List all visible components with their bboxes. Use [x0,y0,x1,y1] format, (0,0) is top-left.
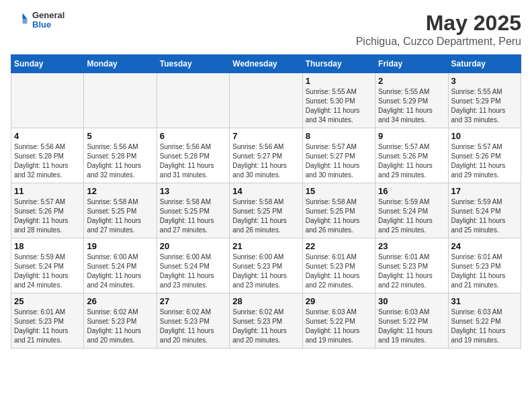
weekday-header-monday: Monday [84,55,157,73]
day-number: 11 [14,186,81,196]
day-number: 10 [451,131,518,141]
day-info: Sunrise: 6:00 AM Sunset: 5:24 PM Dayligh… [87,253,153,290]
calendar-week-row: 11Sunrise: 5:57 AM Sunset: 5:26 PM Dayli… [11,183,521,238]
day-info: Sunrise: 5:56 AM Sunset: 5:28 PM Dayligh… [160,142,226,180]
day-number: 14 [232,186,299,196]
calendar-cell: 7Sunrise: 5:56 AM Sunset: 5:27 PM Daylig… [230,128,302,183]
calendar-cell: 10Sunrise: 5:57 AM Sunset: 5:26 PM Dayli… [448,128,521,183]
day-info: Sunrise: 6:02 AM Sunset: 5:23 PM Dayligh… [87,308,153,345]
calendar-cell: 20Sunrise: 6:00 AM Sunset: 5:24 PM Dayli… [157,238,229,293]
day-info: Sunrise: 5:58 AM Sunset: 5:25 PM Dayligh… [160,197,226,235]
calendar-cell: 28Sunrise: 6:02 AM Sunset: 5:23 PM Dayli… [230,293,302,349]
weekday-header-thursday: Thursday [302,55,375,73]
day-number: 25 [14,296,81,306]
calendar-cell: 31Sunrise: 6:03 AM Sunset: 5:22 PM Dayli… [448,293,521,349]
calendar-week-row: 1Sunrise: 5:55 AM Sunset: 5:30 PM Daylig… [11,73,521,128]
day-info: Sunrise: 5:59 AM Sunset: 5:24 PM Dayligh… [378,197,445,235]
calendar-cell: 30Sunrise: 6:03 AM Sunset: 5:22 PM Dayli… [375,293,448,349]
svg-marker-2 [23,19,28,24]
calendar-cell: 2Sunrise: 5:55 AM Sunset: 5:29 PM Daylig… [375,73,448,128]
calendar-cell: 23Sunrise: 6:01 AM Sunset: 5:23 PM Dayli… [375,238,448,293]
day-number: 27 [160,296,226,306]
title-section: May 2025 Pichigua, Cuzco Department, Per… [356,11,521,48]
calendar-cell: 19Sunrise: 6:00 AM Sunset: 5:24 PM Dayli… [84,238,157,293]
calendar-cell: 15Sunrise: 5:58 AM Sunset: 5:25 PM Dayli… [302,183,375,238]
day-number: 2 [378,76,445,86]
calendar-cell: 13Sunrise: 5:58 AM Sunset: 5:25 PM Dayli… [157,183,229,238]
weekday-header-friday: Friday [375,55,448,73]
calendar-cell [11,73,84,128]
day-info: Sunrise: 6:02 AM Sunset: 5:23 PM Dayligh… [232,308,299,345]
subtitle: Pichigua, Cuzco Department, Peru [356,36,521,48]
day-number: 13 [160,186,226,196]
day-number: 22 [306,241,372,251]
main-title: May 2025 [356,11,521,36]
logo: General Blue [11,11,64,30]
day-info: Sunrise: 5:55 AM Sunset: 5:29 PM Dayligh… [451,87,518,125]
calendar-cell: 21Sunrise: 6:00 AM Sunset: 5:23 PM Dayli… [230,238,302,293]
day-info: Sunrise: 5:57 AM Sunset: 5:26 PM Dayligh… [378,142,445,180]
day-number: 19 [87,241,153,251]
logo-general-text: General [32,11,64,20]
calendar-cell: 6Sunrise: 5:56 AM Sunset: 5:28 PM Daylig… [157,128,229,183]
day-number: 8 [306,131,372,141]
day-info: Sunrise: 5:55 AM Sunset: 5:29 PM Dayligh… [378,87,445,125]
calendar-cell: 29Sunrise: 6:03 AM Sunset: 5:22 PM Dayli… [302,293,375,349]
calendar-cell: 18Sunrise: 5:59 AM Sunset: 5:24 PM Dayli… [11,238,84,293]
calendar-cell: 17Sunrise: 5:59 AM Sunset: 5:24 PM Dayli… [448,183,521,238]
day-number: 18 [14,241,81,251]
day-info: Sunrise: 5:55 AM Sunset: 5:30 PM Dayligh… [306,87,372,125]
weekday-header-saturday: Saturday [448,55,521,73]
day-info: Sunrise: 6:01 AM Sunset: 5:23 PM Dayligh… [14,308,81,345]
day-number: 7 [232,131,299,141]
calendar-cell: 27Sunrise: 6:02 AM Sunset: 5:23 PM Dayli… [157,293,229,349]
day-number: 28 [232,296,299,306]
day-number: 26 [87,296,153,306]
calendar-week-row: 25Sunrise: 6:01 AM Sunset: 5:23 PM Dayli… [11,293,521,349]
page-header: General Blue May 2025 Pichigua, Cuzco De… [11,11,521,48]
day-info: Sunrise: 6:01 AM Sunset: 5:23 PM Dayligh… [378,253,445,290]
calendar-cell: 11Sunrise: 5:57 AM Sunset: 5:26 PM Dayli… [11,183,84,238]
day-number: 29 [306,296,372,306]
day-number: 6 [160,131,226,141]
day-number: 12 [87,186,153,196]
calendar-cell: 4Sunrise: 5:56 AM Sunset: 5:28 PM Daylig… [11,128,84,183]
calendar-cell: 14Sunrise: 5:58 AM Sunset: 5:25 PM Dayli… [230,183,302,238]
day-info: Sunrise: 5:57 AM Sunset: 5:27 PM Dayligh… [306,142,372,180]
weekday-header-wednesday: Wednesday [230,55,302,73]
day-info: Sunrise: 6:02 AM Sunset: 5:23 PM Dayligh… [160,308,226,345]
day-info: Sunrise: 6:03 AM Sunset: 5:22 PM Dayligh… [378,308,445,345]
day-info: Sunrise: 5:56 AM Sunset: 5:28 PM Dayligh… [87,142,153,180]
day-number: 15 [306,186,372,196]
day-number: 31 [451,296,518,306]
calendar-cell: 24Sunrise: 6:01 AM Sunset: 5:23 PM Dayli… [448,238,521,293]
day-info: Sunrise: 6:00 AM Sunset: 5:24 PM Dayligh… [160,253,226,290]
calendar-cell: 5Sunrise: 5:56 AM Sunset: 5:28 PM Daylig… [84,128,157,183]
day-number: 21 [232,241,299,251]
day-number: 30 [378,296,445,306]
calendar-cell: 12Sunrise: 5:58 AM Sunset: 5:25 PM Dayli… [84,183,157,238]
logo-blue-text: Blue [32,20,64,30]
day-info: Sunrise: 5:58 AM Sunset: 5:25 PM Dayligh… [306,197,372,235]
calendar-week-row: 4Sunrise: 5:56 AM Sunset: 5:28 PM Daylig… [11,128,521,183]
calendar-cell: 25Sunrise: 6:01 AM Sunset: 5:23 PM Dayli… [11,293,84,349]
calendar-cell: 22Sunrise: 6:01 AM Sunset: 5:23 PM Dayli… [302,238,375,293]
calendar-cell: 26Sunrise: 6:02 AM Sunset: 5:23 PM Dayli… [84,293,157,349]
calendar-cell: 8Sunrise: 5:57 AM Sunset: 5:27 PM Daylig… [302,128,375,183]
day-info: Sunrise: 5:56 AM Sunset: 5:27 PM Dayligh… [232,142,299,180]
day-info: Sunrise: 5:56 AM Sunset: 5:28 PM Dayligh… [14,142,81,180]
day-info: Sunrise: 6:03 AM Sunset: 5:22 PM Dayligh… [451,308,518,345]
day-info: Sunrise: 6:01 AM Sunset: 5:23 PM Dayligh… [451,253,518,290]
day-info: Sunrise: 5:59 AM Sunset: 5:24 PM Dayligh… [451,197,518,235]
logo-text: General Blue [32,11,64,30]
day-info: Sunrise: 6:00 AM Sunset: 5:23 PM Dayligh… [232,253,299,290]
calendar-cell: 9Sunrise: 5:57 AM Sunset: 5:26 PM Daylig… [375,128,448,183]
day-number: 4 [14,131,81,141]
weekday-header-tuesday: Tuesday [157,55,229,73]
day-info: Sunrise: 6:01 AM Sunset: 5:23 PM Dayligh… [306,253,372,290]
day-number: 20 [160,241,226,251]
day-number: 17 [451,186,518,196]
day-number: 24 [451,241,518,251]
day-info: Sunrise: 6:03 AM Sunset: 5:22 PM Dayligh… [306,308,372,345]
day-number: 1 [306,76,372,86]
